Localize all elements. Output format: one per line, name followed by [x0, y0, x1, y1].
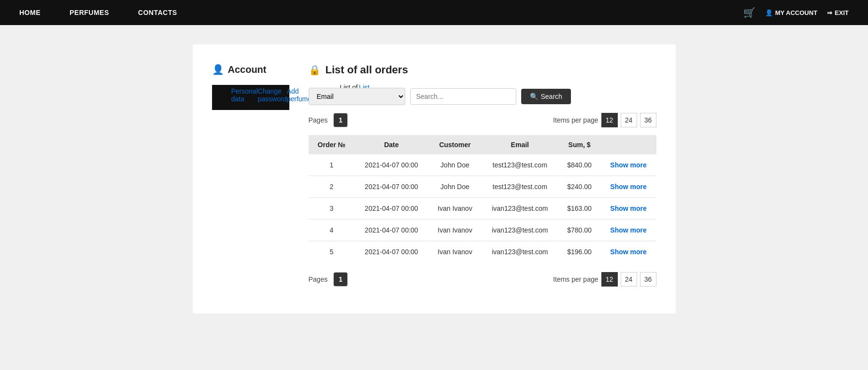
account-label: MY ACCOUNT — [775, 9, 817, 16]
navbar: HOMEPERFUMESCONTACTS 🛒 👤 MY ACCOUNT ⇒ EX… — [0, 0, 868, 25]
ipp-12-top[interactable]: 12 — [601, 113, 618, 127]
cart-icon[interactable]: 🛒 — [743, 7, 755, 18]
table-body: 12021-04-07 00:00John Doetest123@test.co… — [309, 154, 656, 262]
nav-link-home[interactable]: HOME — [19, 9, 41, 16]
show-more-link[interactable]: Show more — [610, 205, 646, 212]
order-action: Show more — [601, 219, 656, 241]
nav-left: HOMEPERFUMESCONTACTS — [19, 9, 743, 16]
items-per-page-top: Items per page 12 24 36 — [553, 113, 656, 127]
search-bar: EmailCustomerOrder № 🔍 Search — [309, 88, 656, 105]
table-row: 22021-04-07 00:00John Doetest123@test.co… — [309, 176, 656, 198]
table-header: Order №DateCustomerEmailSum, $ — [309, 135, 656, 154]
table-row: 12021-04-07 00:00John Doetest123@test.co… — [309, 154, 656, 176]
order-sum: $240.00 — [558, 176, 600, 198]
search-button-label: Search — [541, 93, 562, 100]
order-sum: $780.00 — [558, 219, 600, 241]
pages-label-top: Pages — [309, 116, 328, 124]
sidebar-item-add-perfume[interactable]: Add perfume — [287, 87, 312, 103]
order-sum: $196.00 — [558, 241, 600, 263]
items-per-page-bottom: Items per page 12 24 36 — [553, 272, 656, 287]
orders-table: Order №DateCustomerEmailSum, $ 12021-04-… — [309, 135, 656, 262]
order-num: 1 — [309, 154, 355, 176]
exit-label: EXIT — [835, 9, 849, 16]
col-header-customer: Customer — [428, 135, 482, 154]
exit-icon: ⇒ — [827, 9, 832, 16]
page-title-text: List of all orders — [326, 64, 408, 76]
order-date: 2021-04-07 00:00 — [355, 176, 428, 198]
order-date: 2021-04-07 00:00 — [355, 219, 428, 241]
order-email: ivan123@test.com — [482, 219, 558, 241]
table-row: 52021-04-07 00:00Ivan Ivanovivan123@test… — [309, 241, 656, 263]
order-action: Show more — [601, 154, 656, 176]
order-sum: $163.00 — [558, 198, 600, 219]
sidebar: 👤 Account Personal dataChange passwordAd… — [212, 64, 289, 294]
ipp-36-top[interactable]: 36 — [640, 113, 656, 127]
col-header-order--: Order № — [309, 135, 355, 154]
table-row: 42021-04-07 00:00Ivan Ivanovivan123@test… — [309, 219, 656, 241]
page-1-btn-bottom[interactable]: 1 — [333, 272, 348, 287]
order-action: Show more — [601, 241, 656, 263]
pages-label-bottom: Pages — [309, 275, 328, 283]
table-row: 32021-04-07 00:00Ivan Ivanovivan123@test… — [309, 198, 656, 219]
my-account-link[interactable]: 👤 MY ACCOUNT — [765, 9, 817, 16]
search-icon: 🔍 — [530, 93, 538, 100]
show-more-link[interactable]: Show more — [610, 248, 646, 256]
content-area: 🔒 List of all orders EmailCustomerOrder … — [309, 64, 656, 294]
order-num: 3 — [309, 198, 355, 219]
order-email: test123@test.com — [482, 154, 558, 176]
pagination-top: Pages 1 Items per page 12 24 36 — [309, 113, 656, 127]
pagination-bottom: Pages 1 Items per page 12 24 36 — [309, 272, 656, 287]
page-title: 🔒 List of all orders — [309, 64, 656, 76]
order-num: 2 — [309, 176, 355, 198]
ipp-label-bottom: Items per page — [553, 275, 598, 283]
order-customer: Ivan Ivanov — [428, 241, 482, 263]
lock-icon: 🔒 — [309, 64, 321, 76]
order-action: Show more — [601, 198, 656, 219]
show-more-link[interactable]: Show more — [610, 183, 646, 191]
ipp-24-bottom[interactable]: 24 — [621, 272, 637, 287]
order-action: Show more — [601, 176, 656, 198]
order-sum: $840.00 — [558, 154, 600, 176]
nav-link-perfumes[interactable]: PERFUMES — [70, 9, 109, 16]
order-date: 2021-04-07 00:00 — [355, 154, 428, 176]
search-button[interactable]: 🔍 Search — [521, 89, 571, 104]
sidebar-nav: Personal dataChange passwordAdd perfumeL… — [212, 85, 289, 110]
show-more-link[interactable]: Show more — [610, 161, 646, 169]
ipp-36-bottom[interactable]: 36 — [640, 272, 656, 287]
col-header-sum---: Sum, $ — [558, 135, 600, 154]
main-container: 👤 Account Personal dataChange passwordAd… — [193, 44, 676, 314]
ipp-12-bottom[interactable]: 12 — [601, 272, 618, 287]
order-date: 2021-04-07 00:00 — [355, 241, 428, 263]
ipp-24-top[interactable]: 24 — [621, 113, 637, 127]
person-icon: 👤 — [212, 64, 224, 75]
search-select[interactable]: EmailCustomerOrder № — [309, 88, 405, 105]
order-customer: Ivan Ivanov — [428, 198, 482, 219]
order-date: 2021-04-07 00:00 — [355, 198, 428, 219]
pages-left-top: Pages 1 — [309, 113, 348, 127]
exit-link[interactable]: ⇒ EXIT — [827, 9, 849, 16]
order-customer: John Doe — [428, 154, 482, 176]
order-customer: Ivan Ivanov — [428, 219, 482, 241]
header-row: Order №DateCustomerEmailSum, $ — [309, 135, 656, 154]
account-icon: 👤 — [765, 9, 773, 16]
show-more-link[interactable]: Show more — [610, 226, 646, 234]
col-header- — [601, 135, 656, 154]
order-customer: John Doe — [428, 176, 482, 198]
ipp-label-top: Items per page — [553, 116, 598, 124]
order-num: 4 — [309, 219, 355, 241]
order-email: ivan123@test.com — [482, 241, 558, 263]
nav-right: 🛒 👤 MY ACCOUNT ⇒ EXIT — [743, 7, 849, 18]
col-header-date: Date — [355, 135, 428, 154]
pages-left-bottom: Pages 1 — [309, 272, 348, 287]
sidebar-title: 👤 Account — [212, 64, 289, 75]
order-email: test123@test.com — [482, 176, 558, 198]
col-header-email: Email — [482, 135, 558, 154]
page-1-btn-top[interactable]: 1 — [333, 113, 348, 127]
search-input[interactable] — [410, 88, 516, 105]
order-email: ivan123@test.com — [482, 198, 558, 219]
sidebar-item-personal-data[interactable]: Personal data — [231, 87, 258, 103]
sidebar-title-text: Account — [228, 64, 267, 75]
nav-link-contacts[interactable]: CONTACTS — [138, 9, 177, 16]
order-num: 5 — [309, 241, 355, 263]
sidebar-item-change-password[interactable]: Change password — [258, 87, 287, 103]
